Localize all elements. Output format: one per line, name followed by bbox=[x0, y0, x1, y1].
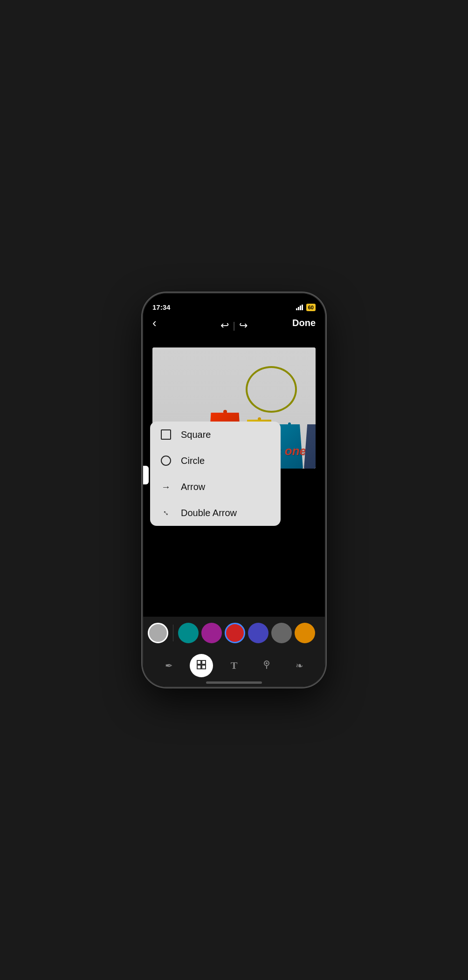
pen-tool-button[interactable]: ✒ bbox=[157, 654, 180, 677]
annotation-circle bbox=[246, 366, 297, 413]
shape-label-square: Square bbox=[181, 429, 211, 440]
shape-item-double-arrow[interactable]: ↔ Double Arrow bbox=[150, 500, 281, 526]
color-swatch-blue-purple[interactable] bbox=[248, 623, 268, 643]
notch bbox=[197, 293, 271, 307]
back-button[interactable]: ‹ bbox=[152, 317, 157, 329]
svg-rect-5 bbox=[202, 660, 206, 664]
shape-label-arrow: Arrow bbox=[181, 482, 205, 492]
phone-frame: 17:34 60 ‹ ↩ | ↪ Done bbox=[143, 293, 325, 687]
bottom-toolbar: ✒ T bbox=[143, 649, 325, 687]
square-icon bbox=[159, 428, 172, 441]
svg-rect-3 bbox=[302, 305, 303, 310]
shape-label-circle: Circle bbox=[181, 456, 205, 466]
svg-rect-6 bbox=[197, 665, 201, 669]
app-content: ‹ ↩ | ↪ Done bbox=[143, 293, 325, 687]
color-palette bbox=[143, 617, 325, 649]
shape-item-arrow[interactable]: → Arrow bbox=[150, 474, 281, 500]
shape-label-double-arrow: Double Arrow bbox=[181, 508, 237, 518]
status-icons: 60 bbox=[296, 304, 316, 311]
shape-dropdown: Square Circle → Arrow bbox=[150, 422, 281, 526]
svg-rect-7 bbox=[202, 665, 206, 669]
svg-point-9 bbox=[266, 662, 268, 664]
toolbar-divider: | bbox=[233, 320, 235, 331]
location-icon bbox=[262, 659, 272, 672]
side-handle[interactable] bbox=[143, 466, 149, 484]
undo-button[interactable]: ↩ bbox=[220, 320, 229, 332]
circle-icon bbox=[159, 454, 172, 467]
text-tool-button[interactable]: T bbox=[222, 654, 246, 677]
filter-tool-button[interactable]: ❧ bbox=[288, 654, 311, 677]
filter-icon: ❧ bbox=[296, 660, 303, 671]
double-arrow-icon: ↔ bbox=[159, 506, 172, 519]
shapes-icon bbox=[196, 660, 206, 672]
home-indicator bbox=[206, 681, 262, 684]
text-icon: T bbox=[231, 660, 238, 672]
status-time: 17:34 bbox=[152, 303, 170, 311]
redo-button[interactable]: ↪ bbox=[239, 320, 248, 332]
svg-rect-4 bbox=[197, 660, 201, 664]
shape-item-square[interactable]: Square bbox=[150, 422, 281, 448]
palette-divider bbox=[173, 625, 173, 641]
svg-rect-1 bbox=[298, 307, 299, 310]
done-button[interactable]: Done bbox=[292, 318, 316, 328]
battery-label: 60 bbox=[306, 304, 316, 311]
image-area: This one Square Circle bbox=[143, 333, 325, 617]
arrow-icon: → bbox=[159, 480, 172, 493]
undo-redo-group: ↩ | ↪ bbox=[220, 320, 247, 332]
color-swatch-gray[interactable] bbox=[148, 623, 168, 643]
signal-icon bbox=[296, 305, 303, 310]
color-swatch-red[interactable] bbox=[225, 623, 245, 643]
shapes-tool-button[interactable] bbox=[190, 654, 213, 677]
color-swatch-teal[interactable] bbox=[178, 623, 199, 643]
shape-item-circle[interactable]: Circle bbox=[150, 448, 281, 474]
color-swatch-purple[interactable] bbox=[201, 623, 222, 643]
location-tool-button[interactable] bbox=[255, 654, 278, 677]
svg-rect-2 bbox=[300, 306, 301, 310]
svg-rect-0 bbox=[296, 308, 297, 310]
color-swatch-dark-gray[interactable] bbox=[271, 623, 292, 643]
color-swatch-orange[interactable] bbox=[295, 623, 315, 643]
pen-icon: ✒ bbox=[165, 660, 173, 671]
